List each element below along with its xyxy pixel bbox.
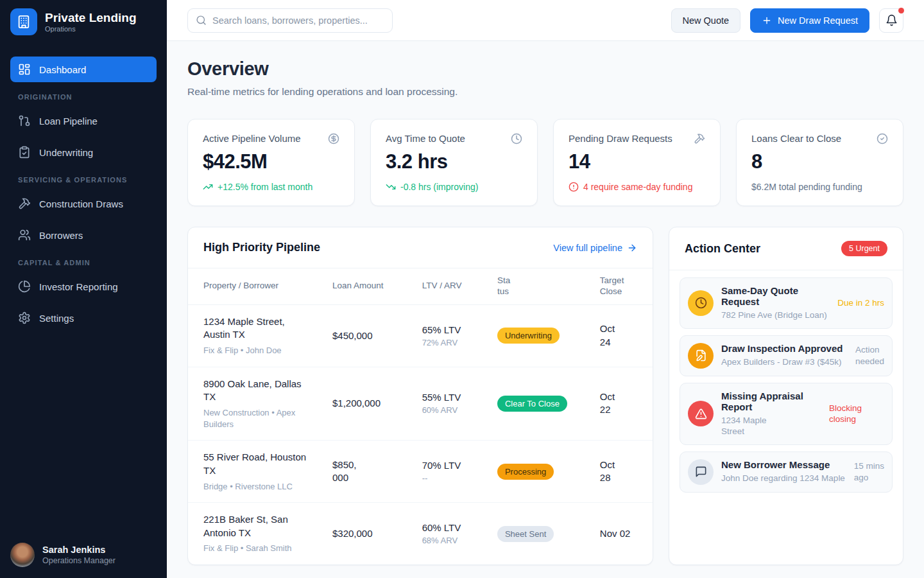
pipeline-row[interactable]: 8900 Oak Lane, Dallas TX New Constructio… (188, 367, 653, 440)
pipeline-title: High Priority Pipeline (203, 241, 320, 254)
sidebar-item-investor-reporting[interactable]: Investor Reporting (10, 274, 157, 299)
property-details: Fix & Flip • Sarah Smith (203, 543, 327, 554)
sidebar-item-construction-draws[interactable]: Construction Draws (10, 191, 157, 216)
trending-down-icon (386, 182, 396, 192)
ltv-value: 55% LTV (422, 392, 492, 403)
app-logo: Private Lending Oprations (0, 0, 167, 44)
kpi-delta: +12.5% from last month (203, 182, 339, 192)
ltv-value: 65% LTV (422, 324, 492, 335)
action-title: New Borrower Message (721, 459, 846, 470)
column-header-property: Property / Borrower (188, 268, 332, 305)
kpi-label: Loans Clear to Close (751, 133, 841, 144)
sidebar-item-label: Underwriting (39, 147, 93, 158)
action-item-new-borrower-message[interactable]: New Borrower Message John Doe regarding … (680, 451, 893, 493)
action-subtitle: John Doe regarding 1234 Maple (721, 473, 846, 484)
trending-up-icon (203, 182, 213, 192)
action-center-title: Action Center (685, 242, 760, 256)
kpi-value: 8 (751, 150, 888, 173)
sidebar-item-borrowers[interactable]: Borrowers (10, 222, 157, 248)
kpi-value: 14 (569, 150, 705, 173)
view-full-pipeline-label: View full pipeline (553, 243, 622, 253)
sidebar-item-settings[interactable]: Settings (10, 305, 157, 331)
app-subtitle: Oprations (45, 25, 137, 33)
target-close-date: Oct 22 (600, 367, 653, 440)
action-subtitle: 1234 Maple Street (721, 415, 821, 437)
kpi-delta: $6.2M total pending funding (751, 182, 888, 192)
ltv-value: 60% LTV (422, 522, 492, 533)
kpi-value: $42.5M (203, 150, 339, 173)
gear-icon (18, 311, 31, 324)
avatar[interactable] (10, 543, 35, 567)
topbar: New Quote New Draw Request (167, 0, 924, 41)
pie-chart-icon (18, 280, 31, 293)
kpi-delta-text: +12.5% from last month (218, 182, 312, 192)
target-close-date: Oct 28 (600, 441, 653, 503)
kpi-card-active-pipeline-volume: Active Pipeline Volume $42.5M +12.5% fro… (187, 119, 355, 206)
action-title: Missing Appraisal Report (721, 390, 821, 412)
property-details: Fix & Flip • John Doe (203, 345, 327, 356)
kpi-label: Active Pipeline Volume (203, 133, 301, 144)
action-meta: 15 mins ago (854, 460, 884, 483)
property-details: New Construction • Apex Builders (203, 407, 327, 430)
kpi-value: 3.2 hrs (386, 150, 522, 173)
sidebar-item-label: Construction Draws (39, 198, 123, 209)
user-menu[interactable]: Sarah Jenkins Operations Manager (0, 532, 167, 578)
arv-value: 68% ARV (422, 536, 492, 545)
action-list: Same-Day Quote Request 782 Pine Ave (Bri… (669, 270, 903, 503)
sidebar-nav: Dashboard ORIGINATION Loan Pipeline Unde… (0, 44, 167, 337)
search-box[interactable] (187, 8, 393, 33)
loan-amount: $450,000 (332, 304, 422, 367)
property-address: 221B Baker St, San Antonio TX (203, 513, 327, 539)
pipeline-row[interactable]: 221B Baker St, San Antonio TX Fix & Flip… (188, 503, 653, 565)
column-header-amount: Loan Amount (332, 268, 422, 305)
sidebar-item-underwriting[interactable]: Underwriting (10, 139, 157, 165)
pipeline-table: Property / Borrower Loan Amount LTV / AR… (188, 268, 653, 565)
new-draw-request-button[interactable]: New Draw Request (750, 8, 869, 33)
page-content: Overview Real-time metrics for lending o… (167, 41, 924, 578)
new-quote-button[interactable]: New Quote (671, 8, 741, 33)
sidebar-item-label: Borrowers (39, 230, 83, 241)
kpi-card-avg-time-to-quote: Avg Time to Quote 3.2 hrs -0.8 hrs (impr… (370, 119, 538, 206)
hammer-icon (694, 133, 705, 144)
alert-triangle-icon (688, 401, 714, 426)
pipeline-row[interactable]: 55 River Road, Houston TX Bridge • River… (188, 441, 653, 503)
arrow-right-icon (627, 243, 637, 253)
action-item-same-day-quote-request[interactable]: Same-Day Quote Request 782 Pine Ave (Bri… (680, 277, 893, 329)
nav-section-label: ORIGINATION (18, 93, 149, 101)
kpi-delta: 4 require same-day funding (569, 182, 705, 192)
action-item-draw-inspection-approved[interactable]: Draw Inspection Approved Apex Builders -… (680, 335, 893, 376)
loan-amount: $320,000 (332, 503, 422, 565)
new-draw-request-label: New Draw Request (778, 15, 858, 26)
view-full-pipeline-link[interactable]: View full pipeline (553, 243, 637, 253)
page-title: Overview (187, 58, 903, 80)
notification-dot (898, 8, 904, 13)
sidebar-item-label: Loan Pipeline (39, 116, 98, 127)
main-area: New Quote New Draw Request Overview Real… (167, 0, 924, 578)
action-item-missing-appraisal-report[interactable]: Missing Appraisal Report 1234 Maple Stre… (680, 383, 893, 445)
hammer-icon (18, 197, 31, 210)
kpi-grid: Active Pipeline Volume $42.5M +12.5% fro… (187, 119, 903, 206)
pipeline-row[interactable]: 1234 Maple Street, Austin TX Fix & Flip … (188, 304, 653, 367)
kpi-label: Avg Time to Quote (386, 133, 465, 144)
target-close-date: Oct 24 (600, 304, 653, 367)
status-badge: Processing (497, 464, 554, 480)
search-input[interactable] (212, 15, 384, 26)
column-header-ltv: LTV / ARV (422, 268, 497, 305)
notifications-button[interactable] (879, 8, 903, 33)
clipboard-check-icon (18, 146, 31, 159)
alert-circle-icon (569, 182, 579, 192)
status-badge: Underwriting (497, 328, 560, 344)
plus-icon (762, 15, 772, 26)
urgent-badge: 5 Urgent (841, 241, 887, 256)
kpi-delta-text: 4 require same-day funding (583, 182, 692, 192)
action-subtitle: Apex Builders - Draw #3 ($45k) (721, 356, 848, 368)
property-details: Bridge • Riverstone LLC (203, 481, 327, 493)
pipeline-rows: 1234 Maple Street, Austin TX Fix & Flip … (188, 304, 653, 565)
pipeline-panel: High Priority Pipeline View full pipelin… (187, 227, 653, 565)
property-address: 55 River Road, Houston TX (203, 451, 327, 477)
sidebar-item-loan-pipeline[interactable]: Loan Pipeline (10, 108, 157, 134)
bell-icon (886, 14, 898, 26)
kpi-delta: -0.8 hrs (improving) (386, 182, 522, 192)
sidebar-item-dashboard[interactable]: Dashboard (10, 57, 157, 82)
nav-section-label: SERVICING & OPERATIONS (18, 176, 149, 184)
